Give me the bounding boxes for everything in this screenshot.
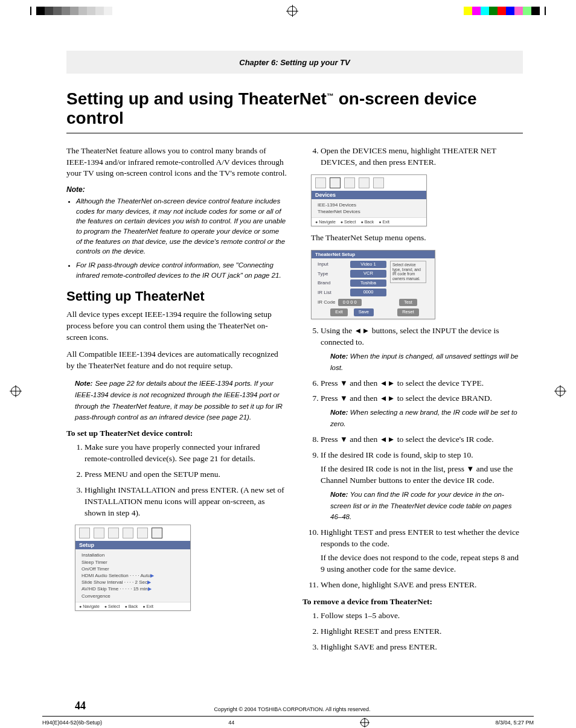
left-arrow-icon: ◄	[380, 435, 388, 444]
procedure-heading: To set up TheaterNet device control:	[66, 429, 287, 438]
step: Press MENU and open the SETUP menu.	[85, 469, 287, 481]
color-swatch	[514, 7, 523, 15]
step: Highlight SAVE and press ENTER.	[321, 642, 523, 653]
left-arrow-icon: ◄	[354, 326, 362, 335]
menu-icon	[108, 528, 119, 538]
step: When done, highlight SAVE and press ENTE…	[321, 580, 523, 591]
registration-marks	[30, 6, 546, 16]
menu-item: IEE-1394 Devices	[318, 202, 423, 208]
field-label: Input	[318, 261, 347, 267]
step: Press ▼ and then ◄► to select the device…	[321, 393, 523, 430]
exit-button: Exit	[330, 308, 348, 316]
intro-paragraph: The TheaterNet feature allows you to con…	[66, 145, 287, 179]
right-arrow-icon: ►	[388, 394, 395, 403]
slug-page: 44	[228, 720, 234, 726]
color-swatch	[472, 7, 481, 15]
right-arrow-icon: ►	[362, 326, 370, 335]
color-swatch	[78, 7, 87, 15]
chapter-header: Chapter 6: Setting up your TV	[66, 51, 523, 74]
menu-item: HDMI Audio Selection · · · · Auto▶	[82, 572, 187, 579]
procedure-heading: To remove a device from TheaterNet:	[302, 597, 523, 607]
caption: The TheaterNet Setup menu opens.	[311, 232, 523, 244]
reset-button: Reset	[397, 308, 419, 316]
menu-item: TheaterNet Devices	[318, 208, 423, 215]
right-arrow-icon: ►	[388, 378, 395, 388]
left-arrow-icon: ◄	[380, 394, 388, 403]
footer-hint: ● Back	[124, 604, 138, 608]
menu-title: TheaterNet Setup	[312, 251, 435, 258]
left-column: The TheaterNet feature allows you to con…	[66, 145, 287, 659]
save-button: Save	[354, 308, 374, 316]
slug-timestamp: 8/3/04, 5:27 PM	[495, 720, 534, 726]
menu-icon-selected	[330, 177, 341, 188]
footer-hint: ● Back	[360, 220, 374, 224]
step: Highlight RESET and press ENTER.	[321, 626, 523, 637]
steps-list: Open the DEVICES menu, highlight THEATER…	[302, 145, 523, 168]
chapter-label: Chapter 6: Setting up your TV	[239, 58, 350, 67]
field-label: Type	[318, 270, 347, 277]
down-arrow-icon: ▼	[340, 435, 348, 444]
color-swatch	[481, 7, 489, 15]
menu-icon	[344, 177, 355, 188]
color-swatch	[531, 7, 540, 15]
steps-list: Using the ◄► buttons, select the INPUT t…	[302, 325, 523, 591]
field-value: VCR	[350, 270, 386, 278]
inline-note: Note: See page 22 for details about the …	[75, 377, 287, 423]
footer-hint: ● Select	[104, 604, 120, 608]
step: Press ▼ and then ◄► to select the device…	[321, 434, 523, 445]
steps-list: Make sure you have properly connected yo…	[66, 442, 287, 519]
page-footer: 44 Copyright © 2004 TOSHIBA CORPORATION.…	[66, 700, 523, 712]
field-label: IR List	[318, 289, 347, 296]
menu-item: Sleep Timer	[82, 559, 187, 566]
step: Follow steps 1–5 above.	[321, 610, 523, 622]
note-item: Although the TheaterNet on-screen device…	[76, 196, 287, 257]
color-swatch	[464, 7, 472, 15]
menu-icon	[373, 177, 384, 188]
step: Press ▼ and then ◄► to select the device…	[321, 378, 523, 389]
slug-line: H94(E)044-52(6b-Setup) 44 8/3/04, 5:27 P…	[42, 716, 534, 727]
right-column: Open the DEVICES menu, highlight THEATER…	[302, 145, 523, 659]
field-value: Video 1	[350, 261, 386, 269]
color-swatch	[36, 7, 45, 15]
notes-list: Although the TheaterNet on-screen device…	[66, 196, 287, 280]
footer-hint: ● Exit	[142, 604, 153, 608]
down-arrow-icon: ▼	[466, 464, 474, 473]
note-label: Note:	[66, 185, 287, 194]
page-title: Setting up and using TheaterNet™ on-scre…	[66, 89, 523, 133]
down-arrow-icon: ▼	[340, 378, 348, 388]
left-arrow-icon: ◄	[380, 378, 388, 388]
menu-icon-selected	[152, 528, 162, 538]
menu-item: On/Off Timer	[82, 566, 187, 572]
step: Make sure you have properly connected yo…	[85, 442, 287, 465]
note-item: For IR pass-through device control infor…	[76, 260, 287, 280]
hint-box: Select device type, brand, and IR code f…	[390, 261, 426, 283]
step: Highlight TEST and press ENTER to test w…	[321, 527, 523, 575]
copyright: Copyright © 2004 TOSHIBA CORPORATION. Al…	[86, 706, 499, 712]
step: Using the ◄► buttons, select the INPUT t…	[321, 325, 523, 374]
crosshair-icon	[360, 718, 369, 727]
menu-item: Installation	[82, 552, 187, 558]
color-swatch	[70, 7, 78, 15]
devices-menu-screenshot: Devices IEE-1394 DevicesTheaterNet Devic…	[311, 174, 427, 226]
step: Highlight INSTALLATION and press ENTER. …	[85, 485, 287, 519]
slug-filename: H94(E)044-52(6b-Setup)	[42, 720, 102, 726]
color-swatch	[53, 7, 62, 15]
setup-menu-screenshot: Setup InstallationSleep TimerOn/Off Time…	[75, 525, 191, 610]
theaternet-setup-screenshot: TheaterNet Setup InputVideo 1TypeVCRBran…	[311, 250, 435, 319]
footer-hint: ● Exit	[379, 220, 389, 224]
paragraph: All Compatible IEEE-1394 devices are aut…	[66, 349, 287, 371]
footer-hint: ● Select	[341, 220, 356, 224]
crosshair-icon	[11, 386, 21, 396]
test-button: Test	[399, 299, 417, 307]
color-swatch	[62, 7, 70, 15]
steps-list: Follow steps 1–5 above. Highlight RESET …	[302, 610, 523, 653]
color-swatch	[95, 7, 104, 15]
menu-icon	[315, 177, 326, 188]
field-label: Brand	[318, 279, 347, 286]
menu-icon	[123, 528, 133, 538]
menu-item: AV/HD Skip Time · · · · · 15 min▶	[82, 586, 187, 592]
menu-icon	[359, 177, 370, 188]
color-swatch	[523, 7, 531, 15]
crosshair-icon	[287, 6, 297, 16]
menu-item: Convergence	[82, 593, 187, 599]
